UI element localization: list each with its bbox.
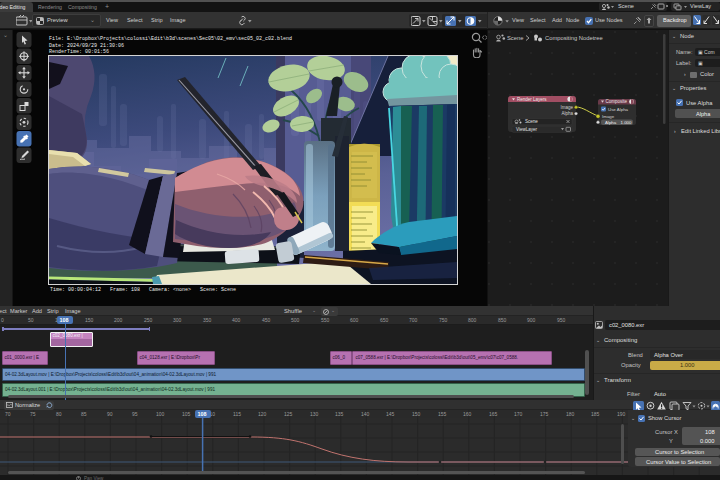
svg-text:Scene: Scene	[525, 119, 538, 124]
svg-text:ViewLayer: ViewLayer	[516, 127, 537, 132]
svg-text:Image: Image	[560, 105, 573, 110]
svg-text:Compositing Nodetree: Compositing Nodetree	[545, 35, 603, 41]
svg-text:1.000: 1.000	[621, 120, 633, 125]
svg-text:Composite: Composite	[606, 99, 628, 104]
svg-text:Render Layers: Render Layers	[517, 97, 547, 102]
svg-text:Use Alpha: Use Alpha	[608, 107, 629, 112]
svg-text:Image: Image	[602, 114, 615, 119]
svg-text:Scene: Scene	[507, 35, 523, 41]
svg-text:Alpha: Alpha	[605, 120, 617, 125]
svg-text:Alpha: Alpha	[561, 111, 573, 116]
